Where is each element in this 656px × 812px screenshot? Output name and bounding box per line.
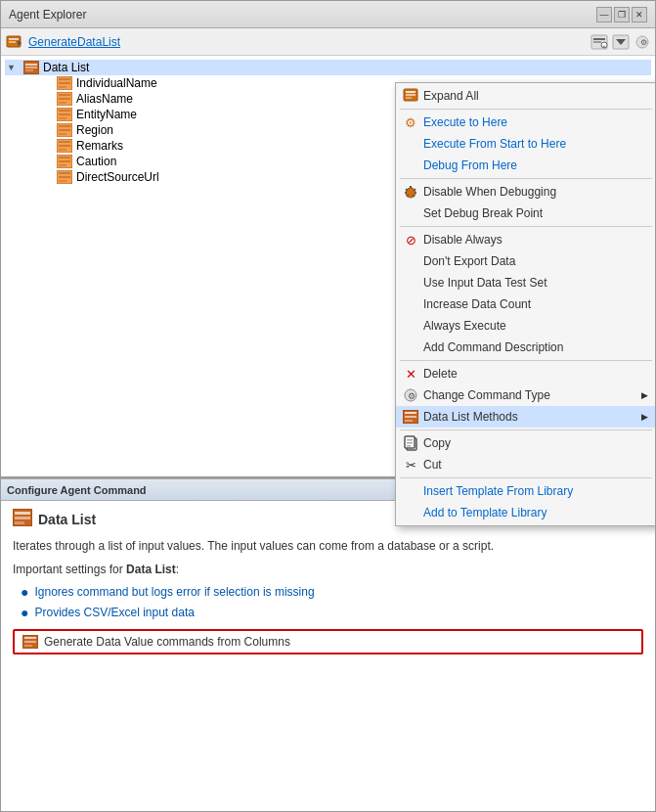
toolbar-row: GenerateDataList + xyxy=(1,28,655,56)
tree-item-aliasname-label: AliasName xyxy=(76,92,133,106)
field-icon-5 xyxy=(56,139,73,153)
menu-sep-6 xyxy=(400,477,652,478)
svg-rect-23 xyxy=(59,98,70,100)
field-icon-2 xyxy=(56,92,73,106)
toolbar-icon-2[interactable] xyxy=(612,34,630,50)
menu-sep-5 xyxy=(400,429,652,430)
bullet-text-1: Ignores command but logs error if select… xyxy=(34,584,314,601)
restore-button[interactable]: ❐ xyxy=(614,7,630,23)
generate-data-value-button[interactable]: Generate Data Value commands from Column… xyxy=(13,629,643,654)
menu-sep-4 xyxy=(400,360,652,361)
toolbar-icon-1[interactable]: + xyxy=(590,34,608,50)
close-button[interactable]: ✕ xyxy=(632,7,647,23)
svg-rect-20 xyxy=(59,86,66,88)
configure-content: Data List Iterates through a list of inp… xyxy=(1,501,655,811)
menu-item-debug-from-here[interactable]: Debug From Here xyxy=(396,155,655,176)
menu-item-disable-always[interactable]: ⊘ Disable Always xyxy=(396,229,655,250)
svg-text:⚙: ⚙ xyxy=(640,38,647,47)
svg-rect-51 xyxy=(24,641,36,643)
menu-label-disable-debugging: Disable When Debugging xyxy=(423,185,556,199)
title-bar: Agent Explorer — ❐ ✕ xyxy=(1,1,655,28)
menu-sep-3 xyxy=(400,226,652,227)
menu-item-execute-here[interactable]: ⚙ Execute to Here xyxy=(396,112,655,133)
tree-item-datalist[interactable]: ▼ Data List xyxy=(5,60,651,75)
field-icon-3 xyxy=(56,108,73,121)
cut-icon: ✂ xyxy=(402,456,419,474)
minimize-button[interactable]: — xyxy=(596,7,612,23)
menu-label-disable-always: Disable Always xyxy=(423,233,503,247)
expand-all-icon xyxy=(402,87,419,105)
menu-label-increase-count: Increase Data Count xyxy=(423,297,531,311)
svg-rect-69 xyxy=(405,416,416,418)
svg-rect-39 xyxy=(59,160,70,162)
menu-item-delete[interactable]: ✕ Delete xyxy=(396,363,655,384)
execute-icon: ⚙ xyxy=(402,113,419,131)
action-button-label: Generate Data Value commands from Column… xyxy=(44,635,290,649)
svg-rect-47 xyxy=(15,517,30,519)
svg-rect-5 xyxy=(593,38,605,40)
svg-rect-55 xyxy=(406,94,415,96)
menu-item-cut[interactable]: ✂ Cut xyxy=(396,454,655,475)
menu-label-debug-from-here: Debug From Here xyxy=(423,158,517,172)
bullet-item-1: ● Ignores command but logs error if sele… xyxy=(21,584,643,601)
toolbar-icon-3[interactable]: ⚙ xyxy=(634,34,651,50)
svg-rect-27 xyxy=(59,113,70,115)
menu-item-disable-debugging[interactable]: Disable When Debugging xyxy=(396,181,655,203)
menu-label-insert-template: Insert Template From Library xyxy=(423,484,573,498)
svg-rect-35 xyxy=(59,145,70,147)
svg-rect-14 xyxy=(25,64,37,66)
menu-item-copy[interactable]: Copy xyxy=(396,432,655,454)
svg-rect-46 xyxy=(15,512,30,515)
nav-icon[interactable] xyxy=(5,32,24,52)
svg-rect-43 xyxy=(59,176,70,178)
menu-label-data-list-methods: Data List Methods xyxy=(423,410,518,424)
tree-item-caution-label: Caution xyxy=(76,155,116,168)
expand-arrow: ▼ xyxy=(7,63,22,72)
field-icon-6 xyxy=(56,155,73,168)
change-command-submenu-arrow: ▶ xyxy=(641,390,648,400)
menu-item-expand-all[interactable]: Expand All xyxy=(396,85,655,107)
menu-item-increase-count[interactable]: Increase Data Count xyxy=(396,293,655,315)
menu-label-add-description: Add Command Description xyxy=(423,340,563,354)
svg-rect-50 xyxy=(24,637,36,639)
svg-rect-2 xyxy=(9,41,16,43)
menu-item-set-debug[interactable]: Set Debug Break Point xyxy=(396,203,655,224)
menu-label-execute-from-start: Execute From Start to Here xyxy=(423,137,566,151)
change-command-icon: ⚙ xyxy=(402,386,419,404)
menu-item-insert-template[interactable]: Insert Template From Library xyxy=(396,480,655,502)
window-controls: — ❐ ✕ xyxy=(596,7,647,23)
menu-label-delete: Delete xyxy=(423,367,458,381)
menu-label-add-to-library: Add to Template Library xyxy=(423,506,547,519)
generate-data-list-link[interactable]: GenerateDataList xyxy=(28,35,120,49)
svg-rect-30 xyxy=(59,125,70,127)
menu-item-add-description[interactable]: Add Command Description xyxy=(396,337,655,358)
svg-rect-16 xyxy=(25,69,33,71)
disable-icon: ⊘ xyxy=(402,231,419,248)
menu-item-execute-from-start[interactable]: Execute From Start to Here xyxy=(396,133,655,155)
svg-rect-74 xyxy=(407,442,413,444)
action-button-icon xyxy=(22,635,38,649)
configure-datalist-icon xyxy=(13,509,32,529)
field-icon xyxy=(56,76,73,90)
menu-label-always-execute: Always Execute xyxy=(423,319,506,333)
configure-description: Iterates through a list of input values.… xyxy=(13,537,643,555)
svg-rect-1 xyxy=(9,38,19,40)
menu-item-always-execute[interactable]: Always Execute xyxy=(396,315,655,337)
tree-item-directsourceurl-label: DirectSourceUrl xyxy=(76,170,159,184)
svg-rect-38 xyxy=(59,157,70,158)
menu-item-use-input[interactable]: Use Input Data Test Set xyxy=(396,272,655,293)
tree-item-entityname-label: EntityName xyxy=(76,108,137,121)
window-title: Agent Explorer xyxy=(9,8,86,22)
field-icon-4 xyxy=(56,123,73,137)
svg-rect-28 xyxy=(59,117,66,119)
menu-label-cut: Cut xyxy=(423,458,442,472)
menu-sep-1 xyxy=(400,109,652,110)
menu-item-add-to-library[interactable]: Add to Template Library xyxy=(396,502,655,523)
svg-rect-36 xyxy=(59,149,66,151)
tree-item-remarks-label: Remarks xyxy=(76,139,123,153)
tree-item-datalist-label: Data List xyxy=(43,61,89,74)
menu-item-data-list-methods[interactable]: Data List Methods ▶ xyxy=(396,406,655,428)
menu-item-change-command-type[interactable]: ⚙ Change Command Type ▶ xyxy=(396,384,655,406)
bullet-dot-1: ● xyxy=(21,584,28,601)
menu-item-dont-export[interactable]: Don't Export Data xyxy=(396,250,655,272)
